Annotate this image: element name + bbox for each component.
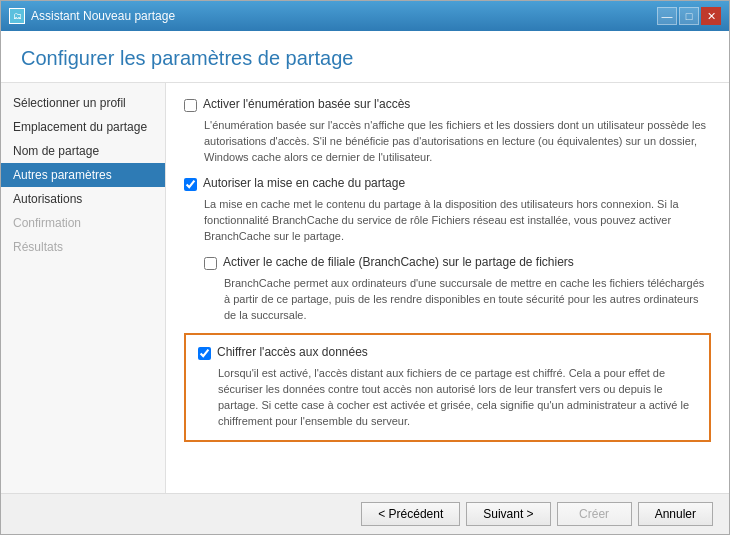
page-header: Configurer les paramètres de partage (1, 31, 729, 83)
sidebar-item-autres[interactable]: Autres paramètres (1, 163, 165, 187)
minimize-button[interactable]: — (657, 7, 677, 25)
encryption-checkbox[interactable] (198, 347, 211, 360)
footer: < Précédent Suivant > Créer Annuler (1, 493, 729, 534)
sidebar: Sélectionner un profil Emplacement du pa… (1, 83, 166, 493)
cancel-button[interactable]: Annuler (638, 502, 713, 526)
next-button[interactable]: Suivant > (466, 502, 550, 526)
enumeration-description: L'énumération basée sur l'accès n'affich… (204, 118, 711, 166)
maximize-button[interactable]: □ (679, 7, 699, 25)
title-bar-left: 🗂 Assistant Nouveau partage (9, 8, 175, 24)
encryption-highlight-box: Chiffrer l'accès aux données Lorsqu'il e… (184, 333, 711, 442)
close-button[interactable]: ✕ (701, 7, 721, 25)
branchcache-label[interactable]: Activer le cache de filiale (BranchCache… (223, 255, 574, 269)
branchcache-option-row: Activer le cache de filiale (BranchCache… (204, 255, 711, 270)
content-area: Sélectionner un profil Emplacement du pa… (1, 83, 729, 493)
page-title: Configurer les paramètres de partage (21, 47, 709, 70)
caching-description: La mise en cache met le contenu du parta… (204, 197, 711, 245)
branchcache-checkbox[interactable] (204, 257, 217, 270)
sidebar-item-emplacement[interactable]: Emplacement du partage (1, 115, 165, 139)
enumeration-checkbox[interactable] (184, 99, 197, 112)
caching-option-row: Autoriser la mise en cache du partage (184, 176, 711, 191)
encryption-option-row: Chiffrer l'accès aux données (198, 345, 697, 360)
enumeration-option-row: Activer l'énumération basée sur l'accès (184, 97, 711, 112)
caching-label[interactable]: Autoriser la mise en cache du partage (203, 176, 405, 190)
branchcache-description: BranchCache permet aux ordinateurs d'une… (224, 276, 711, 324)
enumeration-label[interactable]: Activer l'énumération basée sur l'accès (203, 97, 410, 111)
encryption-label[interactable]: Chiffrer l'accès aux données (217, 345, 368, 359)
sidebar-item-autorisations[interactable]: Autorisations (1, 187, 165, 211)
sidebar-item-confirmation: Confirmation (1, 211, 165, 235)
prev-button[interactable]: < Précédent (361, 502, 460, 526)
title-bar: 🗂 Assistant Nouveau partage — □ ✕ (1, 1, 729, 31)
main-content: Activer l'énumération basée sur l'accès … (166, 83, 729, 493)
window-title: Assistant Nouveau partage (31, 9, 175, 23)
app-icon: 🗂 (9, 8, 25, 24)
main-window: 🗂 Assistant Nouveau partage — □ ✕ Config… (0, 0, 730, 535)
sidebar-item-profil[interactable]: Sélectionner un profil (1, 91, 165, 115)
branchcache-section: Activer le cache de filiale (BranchCache… (204, 255, 711, 324)
sidebar-item-nom[interactable]: Nom de partage (1, 139, 165, 163)
title-controls: — □ ✕ (657, 7, 721, 25)
sidebar-item-resultats: Résultats (1, 235, 165, 259)
encryption-description: Lorsqu'il est activé, l'accès distant au… (218, 366, 697, 430)
caching-checkbox[interactable] (184, 178, 197, 191)
create-button[interactable]: Créer (557, 502, 632, 526)
